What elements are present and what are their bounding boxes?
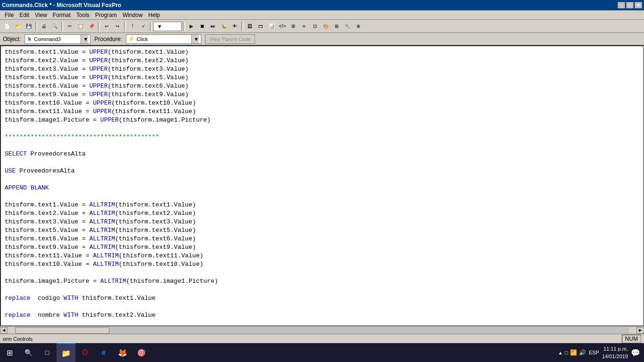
cut-button[interactable]: ✂ (65, 21, 75, 32)
prop-button[interactable]: 📊 (266, 21, 277, 32)
code-line: thisform.text2.Value = UPPER(thisform.te… (5, 57, 639, 65)
dataenv-button[interactable]: 🗃 (256, 21, 266, 32)
code-line: thisform.text5.Value = ALLTRIM(thisform.… (5, 226, 639, 235)
scroll-thumb[interactable] (15, 327, 109, 334)
taskbar-monitor[interactable]: □ (565, 349, 568, 356)
start-button[interactable]: ⊞ (0, 343, 19, 362)
procedure-label: Procedure: (94, 36, 122, 42)
object-bar: Object: 🖱 Command3 ▼ Procedure: ⚡ Click … (0, 33, 644, 45)
code-line: thisform.text11.Value = ALLTRIM(thisform… (5, 252, 639, 260)
code-line: ****************************************… (5, 133, 639, 141)
menu-edit[interactable]: Edit (17, 10, 32, 19)
form-button[interactable]: 🖼 (245, 21, 255, 32)
object-arrow[interactable]: ▼ (81, 35, 88, 43)
close-button[interactable]: ✕ (635, 2, 642, 8)
maximize-button[interactable]: □ (626, 2, 634, 8)
menu-format[interactable]: Format (50, 10, 74, 19)
taskbar-sys-icons: ▲ □ 📶 🔊 (558, 349, 586, 356)
size-button[interactable]: ⊡ (310, 21, 320, 32)
code-line: thisform.text11.Value = UPPER(thisform.t… (5, 107, 639, 116)
undo-button[interactable]: ↩ (101, 21, 112, 32)
code-line: thisform.text6.Value = UPPER(thisform.te… (5, 82, 639, 90)
new-button[interactable]: 📄 (2, 21, 12, 32)
debug-button[interactable]: 🐛 (219, 21, 229, 32)
align-button[interactable]: ≡ (299, 21, 309, 32)
code-line: thisform.image1.Picture = UPPER(thisform… (5, 116, 639, 124)
taskbar-clock[interactable]: 11:11 p.m. 14/01/2019 (602, 345, 628, 360)
minimize-button[interactable]: _ (618, 2, 625, 8)
h-scrollbar[interactable]: ◀ ▶ (0, 326, 644, 334)
separator-3 (98, 22, 100, 31)
object-select[interactable]: 🖱 Command3 ▼ (25, 34, 91, 44)
taskbar-task-view[interactable]: □ (38, 343, 57, 362)
grid-button[interactable]: ⊞ (331, 21, 342, 32)
code-line (5, 124, 639, 133)
check-button[interactable]: ✓ (138, 21, 149, 32)
menu-window[interactable]: Window (120, 10, 146, 19)
run-button[interactable]: ▶ (186, 21, 197, 32)
scroll-right-button[interactable]: ▶ (636, 327, 644, 334)
separator-4 (124, 22, 126, 31)
taskbar-fox1[interactable]: 🦊 (113, 343, 132, 362)
procedure-select[interactable]: ⚡ Click ▼ (126, 34, 201, 44)
code-line: thisform.text6.Value = ALLTRIM(thisform.… (5, 235, 639, 243)
taskbar-fox2[interactable]: 🎯 (132, 343, 151, 362)
notify-chevron[interactable]: ▲ (558, 350, 563, 355)
separator-6 (183, 22, 185, 31)
window-title: Commands.Click * - Microsoft Visual FoxP… (2, 2, 121, 8)
object-value: Command3 (34, 36, 61, 42)
procedure-icon: ⚡ (128, 36, 135, 42)
stop-button[interactable]: ⏹ (197, 21, 207, 32)
builder-button[interactable]: 🔧 (342, 21, 353, 32)
title-bar: Commands.Click * - Microsoft Visual FoxP… (0, 0, 644, 10)
code-line (5, 141, 639, 150)
taskbar-network[interactable]: 📶 (570, 349, 577, 356)
toolbar: 📄 📂 💾 🖨 🔍 ✂ 📋 📌 ↩ ↪ ! ✓ ▼ ▶ ⏹ ⏭ 🐛 👁 🖼 🗃 … (0, 20, 644, 33)
scroll-track[interactable] (15, 327, 629, 334)
color-button[interactable]: 🎨 (321, 21, 331, 32)
code-button[interactable]: </> (277, 21, 288, 32)
code-line (5, 175, 639, 184)
taskbar-opera[interactable]: O (75, 343, 94, 362)
procedure-arrow[interactable]: ▼ (191, 35, 199, 43)
code-editor[interactable]: thisform.text1.Value = UPPER(thisform.te… (1, 46, 643, 325)
view-parent-button[interactable]: View Parent Code (205, 34, 255, 44)
redo-button[interactable]: ↪ (112, 21, 123, 32)
open-button[interactable]: 📂 (13, 21, 23, 32)
taskbar: ⊞ 🔍 □ 📁 O e 🦊 🎯 ▲ □ 📶 🔊 ESP 11:11 p.m. 1… (0, 343, 644, 362)
step-button[interactable]: ⏭ (208, 21, 218, 32)
taskbar-notification[interactable]: 💬 (631, 348, 640, 357)
menu-help[interactable]: Help (146, 10, 163, 19)
taskbar-date-value: 14/01/2019 (602, 353, 628, 360)
taskbar-right: ▲ □ 📶 🔊 ESP 11:11 p.m. 14/01/2019 💬 (554, 343, 644, 362)
taskbar-volume[interactable]: 🔊 (579, 349, 586, 356)
more-button[interactable]: ⊕ (353, 21, 363, 32)
save-button[interactable]: 💾 (24, 21, 34, 32)
font-dropdown[interactable]: ▼ (153, 22, 182, 31)
code-line: thisform.text2.Value = ALLTRIM(thisform.… (5, 209, 639, 218)
preview-button[interactable]: 🔍 (50, 21, 60, 32)
code-line: thisform.text1.Value = ALLTRIM(thisform.… (5, 201, 639, 209)
code-line (5, 269, 639, 277)
font-arrow: ▼ (157, 24, 162, 29)
menu-tools[interactable]: Tools (74, 10, 92, 19)
menu-program[interactable]: Program (92, 10, 120, 19)
print-button[interactable]: 🖨 (39, 21, 49, 32)
num-badge: NUM (622, 335, 641, 343)
taskbar-edge[interactable]: e (94, 343, 113, 362)
menu-file[interactable]: File (2, 10, 17, 19)
editor-area: thisform.text1.Value = UPPER(thisform.te… (0, 45, 644, 326)
taskbar-time-value: 11:11 p.m. (602, 345, 628, 353)
excl-button[interactable]: ! (127, 21, 138, 32)
menu-view[interactable]: View (32, 10, 50, 19)
taskbar-explorer[interactable]: 📁 (57, 343, 75, 362)
taskbar-search[interactable]: 🔍 (19, 343, 38, 362)
menu-bar: File Edit View Format Tools Program Wind… (0, 10, 644, 20)
copy-button[interactable]: 📋 (75, 21, 86, 32)
paste-button[interactable]: 📌 (86, 21, 97, 32)
watch-button[interactable]: 👁 (230, 21, 240, 32)
code-line: thisform.text5.Value = UPPER(thisform.te… (5, 74, 639, 82)
code-line: thisform.text9.Value = UPPER(thisform.te… (5, 90, 639, 99)
scroll-left-button[interactable]: ◀ (0, 327, 8, 334)
tab-button[interactable]: ⊞ (288, 21, 298, 32)
